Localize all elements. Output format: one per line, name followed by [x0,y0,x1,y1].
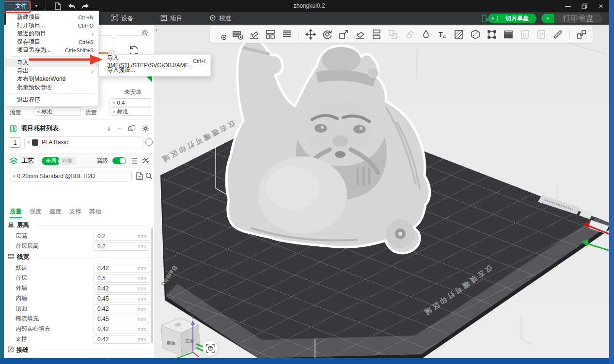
print-plate-button[interactable]: 打印单盘 [554,14,602,23]
right-flow-select[interactable]: ▾标准 [110,107,151,116]
scene-overlay: 前面 左面 顶面 z y [154,25,609,358]
param-input[interactable]: 0.42mm [94,304,150,313]
split-objects-icon[interactable] [280,27,294,42]
menu-item-3[interactable]: 保存项目Ctrl+S [6,38,98,46]
filament-spool-icon [10,125,17,132]
file-menu: 新建项目Ctrl+N打开项目...Ctrl+O最近的项目›保存项目Ctrl+S项… [6,11,99,106]
param-input[interactable]: 0.45mm [94,315,150,323]
auto-orient-icon[interactable] [247,27,261,42]
param-input[interactable]: 0.5mm [94,274,150,283]
search-preset-icon[interactable] [145,172,153,180]
move-icon[interactable] [303,27,318,42]
param-input[interactable]: 0.42mm [94,264,150,273]
menu-item-2[interactable]: 最近的项目› [6,30,98,38]
menu-item-8[interactable]: 发布到MakerWorld [6,75,98,83]
menu-item-1[interactable]: 打开项目...Ctrl+O [6,21,98,30]
viewport-3d[interactable]: 仅右喷嘴可打印区域 仅左喷嘴可打印区域 Bambu [154,25,609,358]
param-row: 稀疏填充0.45mm [4,314,154,324]
negative-part-icon[interactable] [452,27,466,42]
filament-settings-gear-icon[interactable] [142,125,149,132]
process-tab-1[interactable]: 强度 [30,208,42,218]
submenu-item-0[interactable]: 导入 3MF/STL/STEP/SVG/OBJ/AMF...Ctrl+I [99,57,210,65]
param-row: 首层层高0.2mm [4,241,154,251]
split-plate-icon[interactable] [369,27,384,42]
parameter-groups: 层高层高0.2mm首层层高0.2mm线宽默认0.42mm首层0.5mm外墙0.4… [4,219,154,364]
layer-height-icon [8,222,14,229]
mesh-edit-icon[interactable] [485,27,499,42]
param-label: 支撑 [16,335,94,343]
chevron-down-icon[interactable]: ▾ [32,1,41,10]
file-menu-label: 文件 [16,2,27,10]
import-submenu: 导入 3MF/STL/STEP/SVG/OBJ/AMF...Ctrl+I导入预设… [99,54,211,76]
new-project-icon[interactable] [53,1,63,11]
param-list-icon[interactable] [130,158,138,164]
measure-icon[interactable] [551,27,565,42]
param-input[interactable]: 0.2mm [94,232,150,241]
tab-calibrate[interactable]: 校准 [209,12,231,25]
file-menu-button[interactable]: 文件 [4,0,30,12]
model-statue[interactable] [226,39,430,253]
close-button[interactable]: ✕ [593,0,609,12]
right-diameter-select[interactable]: ▾0.4 [110,98,151,106]
print-plate-group: ▾ 打印单盘 [541,14,602,23]
hamburger-icon [7,2,13,9]
process-tab-2[interactable]: 速度 [49,208,62,218]
tab-device[interactable]: 设备 [111,12,133,25]
process-tab-3[interactable]: 支撑 [69,208,81,218]
menu-item-11[interactable]: 退出程序 [6,96,98,104]
text-icon[interactable]: Ta [435,27,450,42]
menu-item-6[interactable]: 导入› [6,59,98,67]
filament-select[interactable]: ▾ PLA Basic [24,136,143,148]
sync-filament-icon[interactable] [128,125,136,132]
tab-project[interactable]: 项目 [160,12,182,25]
arrange-icon[interactable] [263,27,278,42]
param-input[interactable]: 0.2mm [94,242,150,251]
scale-icon[interactable] [336,27,351,42]
cut-icon[interactable] [468,27,483,42]
param-input[interactable]: 0.42mm [94,335,150,344]
rotate-icon[interactable] [320,27,334,42]
left-flow-select[interactable]: ▾标准 [34,107,80,116]
print-dropdown-chevron-icon[interactable]: ▾ [541,14,554,23]
sidebar-scrollbar[interactable] [151,228,153,343]
add-filament-icon[interactable]: + [107,124,111,133]
param-row: 顶面0.42mm [4,303,154,314]
scope-objects-pill[interactable]: 对象 [58,157,77,165]
param-input[interactable]: 0.45mm [94,294,150,303]
desktop-strip-right [609,0,614,364]
lay-on-face-icon[interactable] [353,27,367,42]
filament-more-icon[interactable]: ··· [145,138,153,146]
variable-layer-icon[interactable] [501,27,516,42]
add-model-icon[interactable]: M12 3l8 4.5v9L12 21l-8-4.5v-9zM12 3v9M4 … [214,27,228,42]
remove-filament-icon[interactable]: − [117,124,122,133]
paint-icon[interactable] [419,27,433,42]
advanced-toggle[interactable] [112,157,126,164]
param-input[interactable]: 0.42mm [94,325,150,334]
slice-plate-button[interactable]: ▾ 切片单盘 [488,14,536,23]
undo-icon[interactable] [67,1,77,11]
add-plate-icon[interactable] [230,27,245,42]
svg-text:P: P [540,31,543,37]
menu-item-4[interactable]: 项目另存为...Ctrl+Shift+S [6,46,98,54]
slice-dropdown-chevron-icon[interactable]: ▾ [488,16,498,21]
redo-icon[interactable] [80,1,90,11]
param-label: 内墙 [16,294,94,303]
window-title: zhongkui0.2 [207,0,411,12]
param-input[interactable]: 0.42mm [94,284,150,293]
desktop-strip-left [0,0,4,364]
menu-item-0[interactable]: 新建项目Ctrl+N [6,13,98,21]
scope-global-pill[interactable]: 全局 [42,157,60,165]
assembly-icon[interactable] [574,27,589,42]
menu-item-9[interactable]: 批量预设管理 [6,83,98,91]
compare-preset-icon[interactable] [142,157,149,164]
process-tab-4[interactable]: 其他 [89,208,101,218]
restore-button[interactable] [576,0,593,12]
sidebar-collapse-icon[interactable]: ◖ [155,27,158,33]
save-preset-icon[interactable] [136,172,143,180]
zero-badge-icon: 0 [518,27,532,42]
perspective-toggle-button[interactable] [203,341,218,356]
minimize-button[interactable]: — [560,0,576,12]
menu-item-7[interactable]: 导出› [6,67,98,75]
process-tab-0[interactable]: 质量 [10,208,22,218]
process-preset-select[interactable]: ▾0.20mm Standard @BBL H2D [10,171,132,182]
